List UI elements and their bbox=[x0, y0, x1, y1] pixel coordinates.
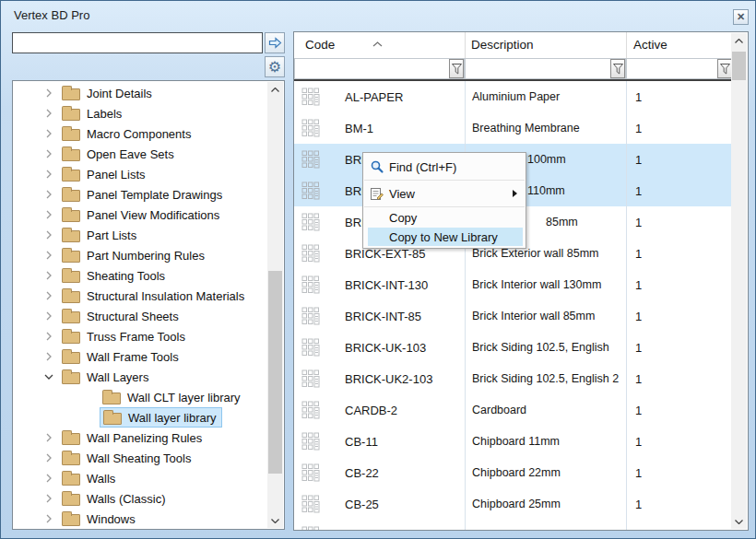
chevron-right-icon[interactable] bbox=[44, 291, 53, 300]
filter-input-description[interactable] bbox=[466, 59, 610, 78]
filter-input-active[interactable] bbox=[627, 59, 717, 78]
chevron-right-icon[interactable] bbox=[44, 514, 53, 523]
chevron-right-icon[interactable] bbox=[44, 311, 53, 321]
cell-code: CB-22 bbox=[345, 466, 379, 480]
filter-button[interactable] bbox=[610, 59, 625, 78]
scroll-up-icon[interactable] bbox=[267, 82, 283, 97]
filter-button[interactable] bbox=[717, 59, 732, 78]
search-input[interactable] bbox=[12, 32, 263, 53]
tree-scrollbar[interactable] bbox=[267, 82, 283, 528]
tree-item-label: Truss Frame Tools bbox=[87, 330, 185, 344]
chevron-right-icon[interactable] bbox=[44, 129, 53, 138]
table-row-partial[interactable] bbox=[294, 520, 731, 530]
folder-icon bbox=[62, 514, 80, 526]
cell-active: 1 bbox=[627, 498, 731, 511]
title-bar[interactable]: Vertex BD Pro ✕ bbox=[1, 1, 755, 29]
tree-item-windows[interactable]: Windows bbox=[13, 509, 267, 529]
filter-input-code[interactable] bbox=[295, 59, 449, 78]
chevron-right-icon[interactable] bbox=[44, 149, 53, 158]
chevron-right-icon[interactable] bbox=[44, 88, 53, 98]
cell-code: BRICK-UK2-103 bbox=[345, 372, 432, 386]
column-header-description[interactable]: Description bbox=[471, 38, 534, 52]
tree-list: Joint Details Labels Macro Components Op… bbox=[13, 83, 267, 529]
close-icon: ✕ bbox=[737, 11, 745, 22]
tree-item-walls[interactable]: Walls bbox=[13, 468, 267, 488]
chevron-right-icon[interactable] bbox=[44, 474, 53, 483]
tree-item-wall-clt-layer-library[interactable]: Wall CLT layer library bbox=[13, 387, 267, 407]
menu-item-find[interactable]: Find (Ctrl+F) bbox=[363, 155, 526, 179]
table-row[interactable]: CB-22 Chipboard 22mm 1 bbox=[294, 457, 731, 488]
cell-description: Chipboard 11mm bbox=[466, 435, 627, 448]
tree-item-panel-template-drawings[interactable]: Panel Template Drawings bbox=[13, 184, 267, 205]
tree-item-wall-layer-library[interactable]: Wall layer library bbox=[13, 407, 267, 428]
table-row[interactable]: AL-PAPER Aluminium Paper 1 bbox=[294, 81, 731, 112]
cell-code: CB-11 bbox=[345, 435, 378, 449]
close-button[interactable]: ✕ bbox=[733, 9, 749, 25]
tree-item-truss-frame-tools[interactable]: Truss Frame Tools bbox=[13, 326, 267, 346]
tree-item-structural-sheets[interactable]: Structural Sheets bbox=[13, 306, 267, 326]
table-row[interactable]: CARDB-2 Cardboard 1 bbox=[294, 394, 731, 426]
settings-button[interactable]: ⚙ bbox=[265, 56, 285, 77]
folder-icon bbox=[62, 494, 80, 506]
tree-item-sheating-tools[interactable]: Sheating Tools bbox=[13, 265, 267, 286]
tree-item-wall-sheating-tools[interactable]: Wall Sheating Tools bbox=[13, 448, 267, 468]
table-row[interactable]: BRICK-UK2-103 Brick Siding 102.5, Englis… bbox=[294, 363, 731, 394]
chevron-right-icon[interactable] bbox=[44, 251, 53, 260]
menu-item-copy-to-new-library[interactable]: Copy to New Library bbox=[368, 228, 523, 246]
table-row[interactable]: CB-11 Chipboard 11mm 1 bbox=[294, 426, 731, 457]
chevron-right-icon[interactable] bbox=[44, 170, 53, 179]
tree-item-part-numbering-rules[interactable]: Part Numbering Rules bbox=[13, 245, 267, 265]
window-title: Vertex BD Pro bbox=[14, 8, 89, 22]
tree-item-panel-lists[interactable]: Panel Lists bbox=[13, 164, 267, 184]
tree-item-wall-panelizing-rules[interactable]: Wall Panelizing Rules bbox=[13, 428, 267, 448]
chevron-right-icon[interactable] bbox=[44, 453, 53, 463]
table-header: Code Description Active bbox=[294, 32, 731, 57]
folder-icon bbox=[62, 251, 80, 263]
table-row[interactable]: BRICK-INT-85 Brick Interior wall 85mm 1 bbox=[294, 300, 731, 332]
menu-item-view[interactable]: View bbox=[363, 182, 526, 205]
filter-button[interactable] bbox=[449, 59, 464, 78]
menu-item-copy[interactable]: Copy bbox=[363, 208, 526, 228]
tree-scrollbar-thumb[interactable] bbox=[268, 271, 282, 474]
chevron-right-icon[interactable] bbox=[44, 352, 53, 361]
tree-item-structural-insulation-materials[interactable]: Structural Insulation Materials bbox=[13, 286, 267, 306]
tree-item-open-eave-sets[interactable]: Open Eave Sets bbox=[13, 144, 267, 164]
column-header-active[interactable]: Active bbox=[633, 38, 667, 52]
tree-item-label: Wall Sheating Tools bbox=[87, 451, 191, 465]
tree-item-label: Sheating Tools bbox=[87, 269, 165, 283]
cell-active: 1 bbox=[627, 278, 731, 292]
chevron-right-icon[interactable] bbox=[44, 433, 53, 442]
chevron-down-icon[interactable] bbox=[44, 374, 53, 380]
chevron-right-icon[interactable] bbox=[44, 109, 53, 118]
tree-item-panel-view-modifications[interactable]: Panel View Modifications bbox=[13, 205, 267, 225]
tree-item-walls-classic[interactable]: Walls (Classic) bbox=[13, 488, 267, 509]
tree-item-wall-frame-tools[interactable]: Wall Frame Tools bbox=[13, 346, 267, 367]
chevron-right-icon[interactable] bbox=[44, 190, 53, 199]
scroll-down-icon[interactable] bbox=[731, 514, 747, 529]
table-row[interactable]: BRICK-UK-103 Brick Siding 102.5, English… bbox=[294, 332, 731, 363]
tree-item-macro-components[interactable]: Macro Components bbox=[13, 123, 267, 144]
cell-description: Chipboard 25mm bbox=[466, 498, 627, 510]
table-scrollbar[interactable] bbox=[731, 33, 747, 529]
scroll-up-icon[interactable] bbox=[731, 33, 747, 48]
table-row[interactable]: CB-25 Chipboard 25mm 1 bbox=[294, 488, 731, 520]
scroll-down-icon[interactable] bbox=[267, 513, 283, 528]
column-header-code[interactable]: Code bbox=[305, 38, 335, 52]
chevron-right-icon[interactable] bbox=[44, 271, 53, 280]
table-row[interactable]: BM-1 Breathing Membrane 1 bbox=[294, 112, 731, 144]
chevron-right-icon[interactable] bbox=[44, 332, 53, 341]
tree-selection[interactable]: Wall layer library bbox=[100, 407, 222, 428]
chevron-right-icon[interactable] bbox=[44, 230, 53, 240]
tree-item-joint-details[interactable]: Joint Details bbox=[13, 83, 267, 103]
tree-item-labels[interactable]: Labels bbox=[13, 103, 267, 123]
tree-item-wall-layers[interactable]: Wall Layers bbox=[13, 367, 267, 387]
tree-item-part-lists[interactable]: Part Lists bbox=[13, 225, 267, 245]
chevron-right-icon[interactable] bbox=[44, 494, 53, 503]
tree-item-label: Windows bbox=[87, 512, 136, 526]
tree-item-label: Wall layer library bbox=[128, 411, 217, 425]
table-row[interactable]: BRICK-INT-130 Brick Interior wall 130mm … bbox=[294, 269, 731, 300]
chevron-right-icon[interactable] bbox=[44, 210, 53, 219]
search-go-button[interactable] bbox=[265, 32, 285, 53]
library-item-icon bbox=[301, 338, 320, 357]
table-scrollbar-thumb[interactable] bbox=[732, 52, 746, 80]
